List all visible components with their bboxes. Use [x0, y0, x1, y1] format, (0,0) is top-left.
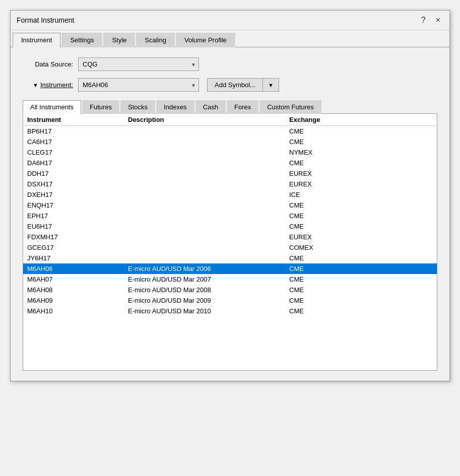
data-source-select[interactable]: CQG	[78, 57, 199, 71]
table-row[interactable]: FDXMH17EUREX	[23, 232, 437, 242]
cell-description: E-micro AUD/USD Mar 2009	[128, 297, 289, 304]
cell-exchange: ICE	[289, 191, 350, 198]
table-row[interactable]: EPH17CME	[23, 211, 437, 221]
inner-tab-indexes[interactable]: Indexes	[156, 100, 194, 114]
instruments-table: Instrument Description Exchange BP6H17CM…	[23, 114, 437, 371]
cell-exchange: CME	[289, 138, 350, 146]
header-exchange: Exchange	[289, 116, 350, 123]
instrument-label: ▼Instrument:	[23, 81, 78, 89]
data-source-dropdown-container: CQG ▼	[78, 57, 199, 71]
close-button[interactable]: ×	[433, 15, 443, 26]
cell-exchange: CME	[289, 276, 350, 283]
cell-exchange: CME	[289, 307, 350, 315]
cell-instrument: M6AH06	[27, 265, 128, 273]
cell-exchange: CME	[289, 201, 350, 209]
cell-description: E-micro AUD/USD Mar 2007	[128, 276, 289, 283]
cell-instrument: M6AH07	[27, 276, 128, 283]
tab-instrument[interactable]: Instrument	[13, 33, 60, 47]
cell-exchange: EUREX	[289, 180, 350, 188]
cell-exchange: NYMEX	[289, 149, 350, 156]
title-bar-controls: ? ×	[418, 15, 443, 26]
table-body[interactable]: BP6H17CMECA6H17CMECLEG17NYMEXDA6H17CMEDD…	[23, 126, 437, 370]
cell-description: E-micro AUD/USD Mar 2010	[128, 307, 289, 315]
dialog-title: Format Instrument	[17, 16, 74, 24]
instrument-row: ▼Instrument: M6AH06 ▼ Add Symbol... ▼	[23, 78, 437, 92]
inner-tab-custom-futures[interactable]: Custom Futures	[259, 100, 321, 114]
tab-volume-profile[interactable]: Volume Profile	[176, 33, 235, 47]
cell-instrument: CLEG17	[27, 149, 128, 156]
table-row[interactable]: EU6H17CME	[23, 221, 437, 232]
table-row[interactable]: CLEG17NYMEX	[23, 147, 437, 158]
data-source-row: Data Source: CQG ▼	[23, 57, 437, 71]
table-row[interactable]: DXEH17ICE	[23, 189, 437, 200]
table-row[interactable]: DSXH17EUREX	[23, 179, 437, 189]
instrument-dropdown-container: M6AH06 ▼	[78, 78, 199, 92]
table-row[interactable]: M6AH09E-micro AUD/USD Mar 2009CME	[23, 295, 437, 306]
cell-instrument: DA6H17	[27, 159, 128, 167]
cell-exchange: CME	[289, 254, 350, 262]
cell-exchange: COMEX	[289, 244, 350, 251]
cell-instrument: EU6H17	[27, 223, 128, 230]
table-row[interactable]: CA6H17CME	[23, 137, 437, 147]
cell-exchange: CME	[289, 223, 350, 230]
cell-description: E-micro AUD/USD Mar 2006	[128, 265, 289, 273]
cell-exchange: CME	[289, 297, 350, 304]
inner-tab-cash[interactable]: Cash	[195, 100, 226, 114]
add-symbol-group: Add Symbol... ▼	[207, 78, 279, 92]
cell-instrument: BP6H17	[27, 127, 128, 135]
cell-instrument: FDXMH17	[27, 233, 128, 241]
cell-instrument: CA6H17	[27, 138, 128, 146]
table-row[interactable]: ENQH17CME	[23, 200, 437, 211]
cell-instrument: ENQH17	[27, 201, 128, 209]
cell-instrument: GCEG17	[27, 244, 128, 251]
inner-tab-forex[interactable]: Forex	[227, 100, 258, 114]
table-row[interactable]: M6AH08E-micro AUD/USD Mar 2008CME	[23, 285, 437, 295]
table-row[interactable]: BP6H17CME	[23, 126, 437, 137]
cell-instrument: M6AH09	[27, 297, 128, 304]
table-row[interactable]: DDH17EUREX	[23, 168, 437, 179]
help-button[interactable]: ?	[418, 15, 429, 26]
cell-description: E-micro AUD/USD Mar 2008	[128, 286, 289, 294]
header-instrument: Instrument	[27, 116, 128, 123]
table-row[interactable]: M6AH10E-micro AUD/USD Mar 2010CME	[23, 306, 437, 316]
tab-style[interactable]: Style	[103, 33, 135, 47]
title-bar: Format Instrument ? ×	[11, 11, 449, 30]
inner-tabs-bar: All Instruments Futures Stocks Indexes C…	[23, 100, 437, 114]
cell-instrument: DDH17	[27, 170, 128, 177]
cell-instrument: M6AH08	[27, 286, 128, 294]
cell-instrument: DSXH17	[27, 180, 128, 188]
header-description: Description	[128, 116, 289, 123]
table-row[interactable]: JY6H17CME	[23, 253, 437, 263]
table-row[interactable]: DA6H17CME	[23, 158, 437, 168]
table-row[interactable]: M6AH07E-micro AUD/USD Mar 2007CME	[23, 274, 437, 285]
data-source-label: Data Source:	[23, 60, 78, 68]
instrument-collapse-arrow[interactable]: ▼	[33, 82, 38, 88]
add-symbol-dropdown-button[interactable]: ▼	[262, 78, 279, 92]
format-instrument-dialog: Format Instrument ? × Instrument Setting…	[10, 10, 450, 381]
cell-instrument: JY6H17	[27, 254, 128, 262]
add-symbol-button[interactable]: Add Symbol...	[207, 78, 262, 92]
cell-exchange: CME	[289, 159, 350, 167]
table-header: Instrument Description Exchange	[23, 114, 437, 126]
inner-tab-futures[interactable]: Futures	[82, 100, 119, 114]
cell-instrument: M6AH10	[27, 307, 128, 315]
tab-settings[interactable]: Settings	[61, 33, 102, 47]
instrument-select[interactable]: M6AH06	[78, 78, 199, 92]
cell-exchange: CME	[289, 127, 350, 135]
cell-exchange: CME	[289, 286, 350, 294]
cell-instrument: EPH17	[27, 212, 128, 220]
inner-tab-all-instruments[interactable]: All Instruments	[23, 100, 81, 114]
tab-scaling[interactable]: Scaling	[136, 33, 175, 47]
cell-exchange: CME	[289, 265, 350, 273]
table-row[interactable]: M6AH06E-micro AUD/USD Mar 2006CME	[23, 263, 437, 274]
cell-instrument: DXEH17	[27, 191, 128, 198]
table-row[interactable]: GCEG17COMEX	[23, 242, 437, 253]
main-tabs-bar: Instrument Settings Style Scaling Volume…	[11, 30, 449, 47]
cell-exchange: CME	[289, 212, 350, 220]
cell-exchange: EUREX	[289, 170, 350, 177]
inner-tab-stocks[interactable]: Stocks	[120, 100, 155, 114]
content-area: Data Source: CQG ▼ ▼Instrument: M6AH06 ▼…	[11, 47, 449, 381]
cell-exchange: EUREX	[289, 233, 350, 241]
